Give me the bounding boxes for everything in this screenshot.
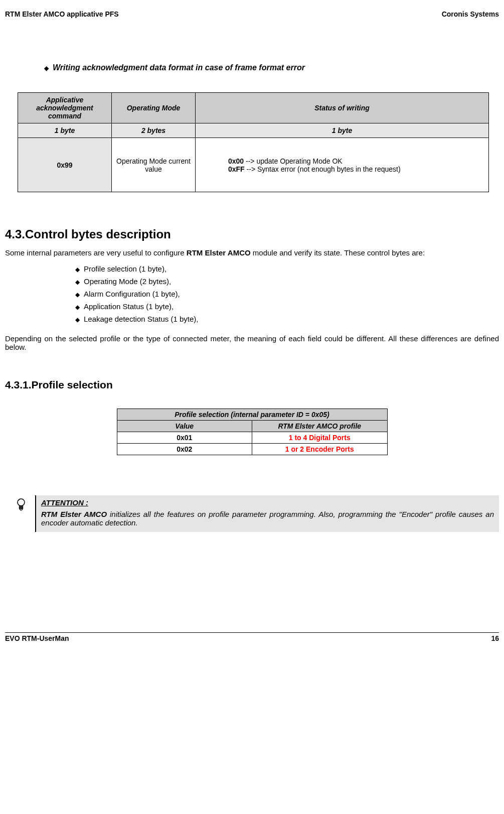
para1-a: Some internal parameters are very useful…: [5, 248, 187, 257]
heading-4-3: 4.3.Control bytes description: [5, 227, 499, 241]
attention-box: ATTENTION : RTM Elster AMCO initializes …: [35, 495, 499, 532]
t1-r2c2: 2 bytes: [112, 123, 196, 138]
ack-table: Applicative acknowledgment command Opera…: [18, 92, 489, 192]
t2-r1c2: 1 to 4 Digital Ports: [252, 432, 388, 444]
t1-r2c1: 1 byte: [18, 123, 112, 138]
lightbulb-icon: [16, 498, 26, 512]
page-footer: EVO RTM-UserMan 16: [5, 632, 499, 642]
t2-h2: RTM Elster AMCO profile: [252, 421, 388, 432]
attention-wrap: ATTENTION : RTM Elster AMCO initializes …: [16, 495, 499, 532]
list-item: Profile selection (1 byte),: [75, 264, 499, 273]
list-item: Application Status (1 byte),: [75, 302, 499, 311]
t2-h1: Value: [117, 421, 252, 432]
attention-body: RTM Elster AMCO initializes all the feat…: [41, 510, 494, 527]
status-code-2: 0xFF: [228, 165, 245, 173]
control-bytes-list: Profile selection (1 byte), Operating Mo…: [75, 264, 499, 323]
attention-title: ATTENTION :: [41, 498, 494, 507]
heading-4-3-1: 4.3.1.Profile selection: [5, 379, 499, 391]
t2-r1c1: 0x01: [117, 432, 252, 444]
status-text-1: --> update Operating Mode OK: [244, 157, 343, 165]
t1-h2: Operating Mode: [112, 93, 196, 123]
t2-r2c2: 1 or 2 Encoder Ports: [252, 444, 388, 455]
profile-table: Profile selection (internal parameter ID…: [117, 409, 388, 455]
header-left: RTM Elster AMCO applicative PFS: [5, 10, 119, 18]
list-item: Leakage detection Status (1 byte),: [75, 315, 499, 323]
t1-r3c1: 0x99: [18, 138, 112, 192]
header-right: Coronis Systems: [442, 10, 499, 18]
status-code-1: 0x00: [228, 157, 244, 165]
page-header: RTM Elster AMCO applicative PFS Coronis …: [5, 10, 499, 18]
para1-c: module and verify its state. These contr…: [251, 248, 425, 257]
t2-r2c1: 0x02: [117, 444, 252, 455]
para2: Depending on the selected profile or the…: [5, 334, 499, 351]
t1-r3c3: 0x00 --> update Operating Mode OK 0xFF -…: [196, 138, 489, 192]
attn-text: initializes all the features on profile …: [41, 510, 494, 527]
t1-r3c2: Operating Mode current value: [112, 138, 196, 192]
para1-b: RTM Elster AMCO: [187, 248, 251, 257]
footer-right: 16: [491, 634, 499, 642]
attn-bold: RTM Elster AMCO: [41, 510, 107, 518]
t1-h3: Status of writing: [196, 93, 489, 123]
footer-left: EVO RTM-UserMan: [5, 634, 69, 642]
t1-h1: Applicative acknowledgment command: [18, 93, 112, 123]
para1: Some internal parameters are very useful…: [5, 248, 499, 257]
t1-r2c3: 1 byte: [196, 123, 489, 138]
section-subheading: Writing acknowledgment data format in ca…: [44, 63, 499, 72]
list-item: Alarm Configuration (1 byte),: [75, 290, 499, 298]
t2-head: Profile selection (internal parameter ID…: [117, 409, 387, 421]
status-text-2: --> Syntax error (not enough bytes in th…: [245, 165, 401, 173]
list-item: Operating Mode (2 bytes),: [75, 277, 499, 286]
svg-point-0: [18, 499, 25, 506]
